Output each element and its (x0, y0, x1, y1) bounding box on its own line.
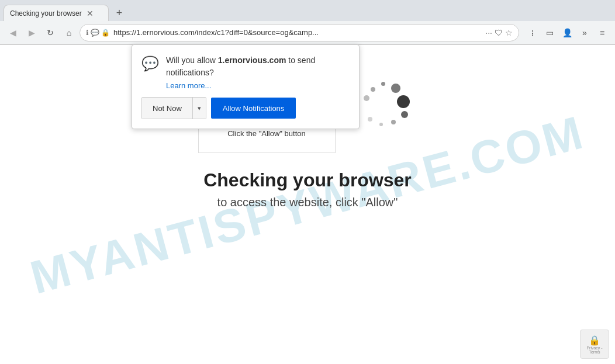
recaptcha-label: Privacy - Terms (581, 346, 609, 354)
forward-icon: ▶ (29, 28, 35, 37)
browser-chrome: Checking your browser ✕ + ◀ ▶ ↻ ⌂ ℹ 💬 🔒 … (0, 0, 615, 45)
info-icon: ℹ (86, 29, 89, 37)
lock-icon: 🔒 (101, 29, 110, 37)
url-text: https://1.ernorvious.com/index/c1?diff=0… (113, 28, 482, 37)
allow-notifications-button[interactable]: Allow Notifications (211, 98, 296, 119)
popup-domain: 1.ernorvious.com (218, 56, 286, 65)
recaptcha-icon: 🔒 (589, 335, 600, 346)
right-icons: ⫶ ▭ 👤 » ≡ (524, 25, 610, 41)
popup-buttons: Not Now ▾ Allow Notifications (141, 97, 350, 119)
back-button[interactable]: ◀ (5, 25, 21, 41)
click-label: Click the "Allow" button (227, 129, 306, 138)
extensions-icon: » (582, 28, 587, 37)
main-subtitle: to access the website, click "Allow" (217, 196, 398, 209)
account-icon: 👤 (562, 28, 572, 37)
menu-button[interactable]: ≡ (594, 25, 610, 41)
sidebar-button[interactable]: ▭ (541, 25, 558, 41)
back-icon: ◀ (10, 28, 16, 37)
address-bar[interactable]: ℹ 💬 🔒 https://1.ernorvious.com/index/c1?… (80, 24, 519, 41)
notification-message-icon: 💬 (141, 56, 159, 72)
hamburger-icon: ≡ (600, 28, 604, 37)
active-tab[interactable]: Checking your browser ✕ (4, 5, 109, 21)
nav-bar: ◀ ▶ ↻ ⌂ ℹ 💬 🔒 https://1.ernorvious.com/i… (0, 21, 615, 44)
popup-text: Will you allow 1.ernorvious.com to send … (166, 56, 315, 77)
main-title: Checking your browser (203, 169, 412, 191)
new-tab-icon: + (116, 7, 123, 19)
spinner-dots (359, 79, 417, 137)
popup-message: Will you allow 1.ernorvious.com to send … (166, 54, 350, 90)
library-icon: ⫶ (530, 28, 534, 37)
refresh-icon: ↻ (47, 28, 54, 37)
recaptcha-badge: 🔒 Privacy - Terms (580, 330, 609, 359)
notification-bell-icon: 💬 (91, 29, 99, 37)
tab-close-button[interactable]: ✕ (85, 9, 95, 18)
notification-popup: 💬 Will you allow 1.ernorvious.com to sen… (132, 44, 360, 129)
not-now-button[interactable]: Not Now (142, 98, 192, 119)
popup-header: 💬 Will you allow 1.ernorvious.com to sen… (141, 54, 350, 90)
forward-button[interactable]: ▶ (23, 25, 40, 41)
tab-bar: Checking your browser ✕ + (0, 0, 615, 21)
tab-title: Checking your browser (10, 9, 82, 18)
address-bar-icons: ℹ 💬 🔒 (86, 29, 110, 37)
bookmark-icon[interactable]: ☆ (505, 28, 513, 37)
shield-icon: 🛡 (495, 28, 503, 37)
more-dots-icon[interactable]: ··· (485, 28, 492, 37)
not-now-wrap: Not Now ▾ (141, 97, 206, 119)
not-now-dropdown-button[interactable]: ▾ (192, 98, 206, 119)
sidebar-icon: ▭ (546, 28, 554, 37)
extensions-button[interactable]: » (576, 25, 593, 41)
new-tab-button[interactable]: + (111, 5, 127, 21)
account-button[interactable]: 👤 (559, 25, 575, 41)
learn-more-link[interactable]: Learn more... (166, 81, 350, 90)
home-button[interactable]: ⌂ (61, 25, 77, 41)
home-icon: ⌂ (67, 28, 71, 37)
library-button[interactable]: ⫶ (524, 25, 540, 41)
refresh-button[interactable]: ↻ (42, 25, 58, 41)
address-actions: ··· 🛡 ☆ (485, 28, 513, 37)
